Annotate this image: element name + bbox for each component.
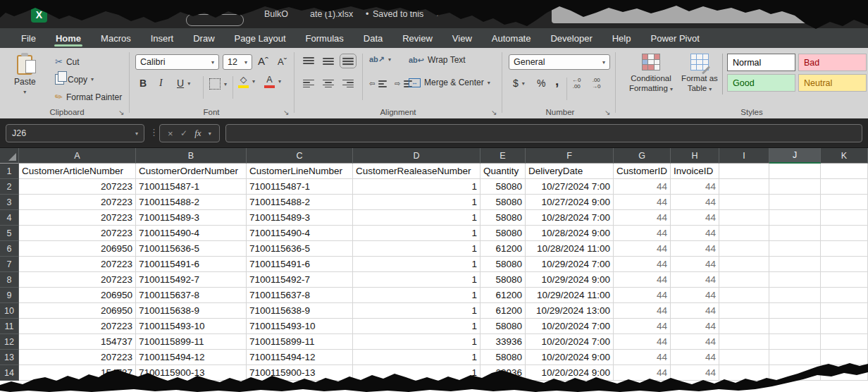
cell-A2[interactable]: 207223 — [19, 179, 136, 195]
row-header-5[interactable]: 5 — [0, 226, 19, 241]
cell-I10[interactable] — [719, 303, 769, 319]
cell-I6[interactable] — [719, 241, 769, 257]
row-header-7[interactable]: 7 — [0, 257, 19, 272]
cell-E7[interactable]: 58080 — [480, 257, 526, 272]
cell-H6[interactable]: 44 — [671, 241, 719, 257]
tab-insert[interactable]: Insert — [141, 28, 184, 48]
cell-K11[interactable] — [821, 319, 868, 334]
cell-F9[interactable]: 10/29/2024 11:00 — [526, 288, 614, 303]
fx-chevron-icon[interactable]: ▾ — [209, 130, 211, 137]
cell-K2[interactable] — [821, 179, 868, 195]
cell-C6[interactable]: 7100115636-5 — [247, 241, 353, 257]
cell-J5[interactable] — [769, 226, 821, 241]
cell-B14[interactable]: 7100115900-13 — [136, 365, 247, 381]
cell-B13[interactable]: 7100115494-12 — [136, 350, 247, 365]
cell-C7[interactable]: 7100115491-6 — [247, 257, 353, 272]
fill-color-button[interactable]: ◇ ▾ — [238, 75, 255, 88]
column-header-I[interactable]: I — [719, 148, 769, 164]
font-name-combo[interactable]: Calibri ▾ — [135, 54, 219, 70]
cell-D11[interactable]: 1 — [353, 319, 480, 334]
cell-H7[interactable]: 44 — [671, 257, 719, 272]
decrease-indent-button[interactable]: ⇦ — [369, 79, 387, 88]
cell-C4[interactable]: 7100115489-3 — [247, 210, 353, 226]
cell-H2[interactable]: 44 — [671, 179, 719, 195]
cell-E12[interactable]: 33936 — [480, 334, 526, 350]
cell-H5[interactable]: 44 — [671, 226, 719, 241]
name-box[interactable]: J26 ▾ — [6, 124, 144, 142]
align-middle-button[interactable] — [323, 56, 334, 66]
comma-style-button[interactable]: , — [555, 73, 559, 89]
align-top-button[interactable] — [303, 56, 314, 66]
row-header-1[interactable]: 1 — [0, 164, 19, 179]
cell-D1[interactable]: CustomerRealeaseNumber — [353, 164, 480, 179]
tab-draw[interactable]: Draw — [183, 28, 224, 48]
cell-J6[interactable] — [769, 241, 821, 257]
cell-K3[interactable] — [821, 195, 868, 210]
cell-G4[interactable]: 44 — [614, 210, 671, 226]
cell-C10[interactable]: 7100115638-9 — [247, 303, 353, 319]
cell-H8[interactable]: 44 — [671, 272, 719, 288]
cell-K10[interactable] — [821, 303, 868, 319]
column-header-D[interactable]: D — [353, 148, 480, 164]
number-format-combo[interactable]: General ▾ — [509, 54, 610, 70]
cell-F5[interactable]: 10/28/2024 9:00 — [526, 226, 614, 241]
cell-I8[interactable] — [719, 272, 769, 288]
cell-B8[interactable]: 7100115492-7 — [136, 272, 247, 288]
cell-B11[interactable]: 7100115493-10 — [136, 319, 247, 334]
format-painter-button[interactable]: ✎ Format Painter — [55, 92, 122, 102]
orientation-button[interactable]: ab↗ ▾ — [369, 55, 391, 64]
cell-D7[interactable]: 1 — [353, 257, 480, 272]
cell-C1[interactable]: CustomerLineNumber — [247, 164, 353, 179]
cell-A6[interactable]: 206950 — [19, 241, 136, 257]
tab-developer[interactable]: Developer — [540, 28, 602, 48]
cell-I2[interactable] — [719, 179, 769, 195]
cell-C8[interactable]: 7100115492-7 — [247, 272, 353, 288]
cell-D4[interactable]: 1 — [353, 210, 480, 226]
cell-A1[interactable]: CustomerArticleNumber — [19, 164, 136, 179]
cell-I7[interactable] — [719, 257, 769, 272]
cell-J11[interactable] — [769, 319, 821, 334]
cell-E6[interactable]: 61200 — [480, 241, 526, 257]
cell-D3[interactable]: 1 — [353, 195, 480, 210]
wrap-text-button[interactable]: ab↩ Wrap Text — [409, 55, 466, 65]
bold-button[interactable]: B — [140, 78, 147, 89]
clipboard-dialog-launcher[interactable]: ↘ — [118, 109, 124, 116]
copy-button[interactable]: Copy ▾ — [55, 74, 94, 85]
cell-J12[interactable] — [769, 334, 821, 350]
cell-A8[interactable]: 207223 — [19, 272, 136, 288]
column-header-J[interactable]: J — [769, 148, 821, 164]
insert-function-icon[interactable]: fx — [194, 128, 201, 139]
cell-D12[interactable]: 1 — [353, 334, 480, 350]
align-bottom-button[interactable] — [342, 56, 354, 66]
cell-F10[interactable]: 10/29/2024 13:00 — [526, 303, 614, 319]
column-header-E[interactable]: E — [480, 148, 526, 164]
cell-A9[interactable]: 206950 — [19, 288, 136, 303]
cell-J14[interactable] — [769, 365, 821, 381]
cell-F8[interactable]: 10/29/2024 9:00 — [526, 272, 614, 288]
cell-G9[interactable]: 44 — [614, 288, 671, 303]
cell-F12[interactable]: 10/20/2024 7:00 — [526, 334, 614, 350]
row-header-2[interactable]: 2 — [0, 179, 19, 195]
cell-J1[interactable] — [769, 164, 821, 179]
cell-F14[interactable]: 10/20/2024 9:00 — [526, 365, 614, 381]
cell-G11[interactable]: 44 — [614, 319, 671, 334]
cell-I4[interactable] — [719, 210, 769, 226]
cell-J10[interactable] — [769, 303, 821, 319]
tab-power-pivot[interactable]: Power Pivot — [640, 28, 709, 48]
cell-K13[interactable] — [821, 350, 868, 365]
cell-D2[interactable]: 1 — [353, 179, 480, 195]
formula-input[interactable] — [225, 124, 862, 142]
borders-button[interactable]: ▾ — [209, 78, 227, 90]
paste-button[interactable]: Paste ▾ — [14, 55, 36, 95]
cell-H14[interactable]: 44 — [671, 365, 719, 381]
cell-G7[interactable]: 44 — [614, 257, 671, 272]
cell-style-bad[interactable]: Bad — [798, 54, 867, 71]
cell-F6[interactable]: 10/28/2024 11:00 — [526, 241, 614, 257]
cell-K5[interactable] — [821, 226, 868, 241]
cell-H9[interactable]: 44 — [671, 288, 719, 303]
cell-K7[interactable] — [821, 257, 868, 272]
select-all-button[interactable] — [0, 148, 19, 164]
enter-icon[interactable]: ✓ — [180, 128, 187, 138]
cell-K14[interactable] — [821, 365, 868, 381]
tab-automate[interactable]: Automate — [482, 28, 541, 48]
